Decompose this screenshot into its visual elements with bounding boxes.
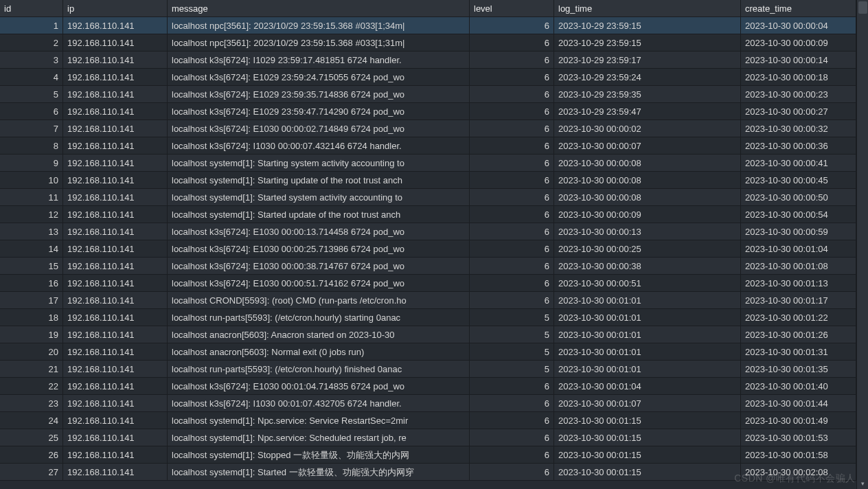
cell-log-time[interactable]: 2023-10-30 00:01:01 bbox=[554, 361, 741, 377]
column-header-message[interactable]: message bbox=[168, 0, 470, 16]
cell-ip[interactable]: 192.168.110.141 bbox=[63, 378, 168, 394]
cell-id[interactable]: 10 bbox=[0, 172, 63, 188]
cell-log-time[interactable]: 2023-10-30 00:01:15 bbox=[554, 446, 741, 463]
cell-message[interactable]: localhost CROND[5593]: (root) CMD (run-p… bbox=[168, 292, 470, 308]
cell-message[interactable]: localhost systemd[1]: Starting system ac… bbox=[168, 155, 470, 171]
table-row[interactable]: 2192.168.110.141localhost npc[3561]: 202… bbox=[0, 34, 868, 52]
table-row[interactable]: 26192.168.110.141localhost systemd[1]: S… bbox=[0, 446, 868, 464]
cell-level[interactable]: 6 bbox=[470, 52, 554, 68]
cell-message[interactable]: localhost run-parts[5593]: (/etc/cron.ho… bbox=[168, 309, 470, 326]
cell-id[interactable]: 13 bbox=[0, 223, 63, 240]
cell-log-time[interactable]: 2023-10-30 00:00:08 bbox=[554, 172, 741, 188]
cell-message[interactable]: localhost systemd[1]: Npc.service: Sched… bbox=[168, 429, 470, 446]
cell-message[interactable]: localhost systemd[1]: Stopped 一款轻量级、功能强大… bbox=[168, 446, 470, 463]
cell-ip[interactable]: 192.168.110.141 bbox=[63, 34, 168, 51]
cell-id[interactable]: 25 bbox=[0, 429, 63, 446]
cell-log-time[interactable]: 2023-10-30 00:00:08 bbox=[554, 189, 741, 205]
cell-message[interactable]: localhost k3s[6724]: E1029 23:59:35.7148… bbox=[168, 86, 470, 102]
table-row[interactable]: 5192.168.110.141localhost k3s[6724]: E10… bbox=[0, 86, 868, 103]
cell-level[interactable]: 6 bbox=[470, 292, 554, 308]
cell-id[interactable]: 27 bbox=[0, 464, 63, 480]
cell-message[interactable]: localhost systemd[1]: Started 一款轻量级、功能强大… bbox=[168, 464, 470, 480]
cell-id[interactable]: 22 bbox=[0, 378, 63, 394]
column-header-create-time[interactable]: create_time bbox=[741, 0, 856, 16]
column-header-ip[interactable]: ip bbox=[63, 0, 168, 16]
cell-ip[interactable]: 192.168.110.141 bbox=[63, 343, 168, 360]
cell-create-time[interactable]: 2023-10-30 00:00:54 bbox=[741, 206, 856, 223]
table-row[interactable]: 6192.168.110.141localhost k3s[6724]: E10… bbox=[0, 103, 868, 120]
cell-level[interactable]: 6 bbox=[470, 378, 554, 394]
cell-log-time[interactable]: 2023-10-30 00:01:07 bbox=[554, 395, 741, 411]
cell-id[interactable]: 14 bbox=[0, 240, 63, 257]
cell-ip[interactable]: 192.168.110.141 bbox=[63, 103, 168, 120]
cell-id[interactable]: 15 bbox=[0, 258, 63, 274]
cell-ip[interactable]: 192.168.110.141 bbox=[63, 69, 168, 85]
cell-create-time[interactable]: 2023-10-30 00:00:45 bbox=[741, 172, 856, 188]
cell-ip[interactable]: 192.168.110.141 bbox=[63, 189, 168, 205]
cell-id[interactable]: 9 bbox=[0, 155, 63, 171]
cell-create-time[interactable]: 2023-10-30 00:01:53 bbox=[741, 429, 856, 446]
cell-level[interactable]: 6 bbox=[470, 172, 554, 188]
cell-ip[interactable]: 192.168.110.141 bbox=[63, 172, 168, 188]
cell-create-time[interactable]: 2023-10-30 00:00:18 bbox=[741, 69, 856, 85]
cell-ip[interactable]: 192.168.110.141 bbox=[63, 155, 168, 171]
table-row[interactable]: 17192.168.110.141localhost CROND[5593]: … bbox=[0, 292, 868, 309]
cell-message[interactable]: localhost k3s[6724]: E1030 00:00:38.7147… bbox=[168, 258, 470, 274]
cell-level[interactable]: 6 bbox=[470, 34, 554, 51]
cell-create-time[interactable]: 2023-10-30 00:00:23 bbox=[741, 86, 856, 102]
cell-level[interactable]: 6 bbox=[470, 429, 554, 446]
cell-ip[interactable]: 192.168.110.141 bbox=[63, 292, 168, 308]
table-row[interactable]: 12192.168.110.141localhost systemd[1]: S… bbox=[0, 206, 868, 223]
cell-id[interactable]: 7 bbox=[0, 120, 63, 137]
column-header-level[interactable]: level bbox=[470, 0, 554, 16]
cell-message[interactable]: localhost k3s[6724]: I1030 00:01:07.4327… bbox=[168, 395, 470, 411]
cell-id[interactable]: 19 bbox=[0, 326, 63, 343]
cell-id[interactable]: 12 bbox=[0, 206, 63, 223]
table-row[interactable]: 20192.168.110.141localhost anacron[5603]… bbox=[0, 343, 868, 361]
cell-log-time[interactable]: 2023-10-30 00:01:15 bbox=[554, 429, 741, 446]
cell-create-time[interactable]: 2023-10-30 00:00:50 bbox=[741, 189, 856, 205]
cell-id[interactable]: 5 bbox=[0, 86, 63, 102]
cell-level[interactable]: 6 bbox=[470, 223, 554, 240]
cell-create-time[interactable]: 2023-10-30 00:00:27 bbox=[741, 103, 856, 120]
table-row[interactable]: 23192.168.110.141localhost k3s[6724]: I1… bbox=[0, 395, 868, 412]
cell-ip[interactable]: 192.168.110.141 bbox=[63, 137, 168, 154]
cell-level[interactable]: 6 bbox=[470, 69, 554, 85]
cell-id[interactable]: 2 bbox=[0, 34, 63, 51]
cell-log-time[interactable]: 2023-10-30 00:01:01 bbox=[554, 292, 741, 308]
cell-ip[interactable]: 192.168.110.141 bbox=[63, 464, 168, 480]
cell-level[interactable]: 5 bbox=[470, 326, 554, 343]
table-row[interactable]: 1192.168.110.141localhost npc[3561]: 202… bbox=[0, 17, 868, 34]
cell-level[interactable]: 6 bbox=[470, 86, 554, 102]
cell-log-time[interactable]: 2023-10-29 23:59:24 bbox=[554, 69, 741, 85]
cell-log-time[interactable]: 2023-10-30 00:00:08 bbox=[554, 155, 741, 171]
cell-create-time[interactable]: 2023-10-30 00:01:40 bbox=[741, 378, 856, 394]
cell-message[interactable]: localhost npc[3561]: 2023/10/29 23:59:15… bbox=[168, 34, 470, 51]
cell-create-time[interactable]: 2023-10-30 00:01:08 bbox=[741, 258, 856, 274]
cell-message[interactable]: localhost systemd[1]: Started update of … bbox=[168, 206, 470, 223]
table-row[interactable]: 24192.168.110.141localhost systemd[1]: N… bbox=[0, 412, 868, 429]
cell-level[interactable]: 6 bbox=[470, 446, 554, 463]
cell-message[interactable]: localhost systemd[1]: Started system act… bbox=[168, 189, 470, 205]
cell-ip[interactable]: 192.168.110.141 bbox=[63, 309, 168, 326]
cell-id[interactable]: 4 bbox=[0, 69, 63, 85]
cell-log-time[interactable]: 2023-10-29 23:59:47 bbox=[554, 103, 741, 120]
cell-create-time[interactable]: 2023-10-30 00:00:59 bbox=[741, 223, 856, 240]
table-row[interactable]: 11192.168.110.141localhost systemd[1]: S… bbox=[0, 189, 868, 206]
cell-message[interactable]: localhost anacron[5603]: Normal exit (0 … bbox=[168, 343, 470, 360]
cell-ip[interactable]: 192.168.110.141 bbox=[63, 240, 168, 257]
cell-ip[interactable]: 192.168.110.141 bbox=[63, 120, 168, 137]
table-row[interactable]: 22192.168.110.141localhost k3s[6724]: E1… bbox=[0, 378, 868, 395]
cell-level[interactable]: 6 bbox=[470, 120, 554, 137]
cell-message[interactable]: localhost k3s[6724]: E1030 00:00:13.7144… bbox=[168, 223, 470, 240]
cell-level[interactable]: 6 bbox=[470, 189, 554, 205]
cell-log-time[interactable]: 2023-10-30 00:00:13 bbox=[554, 223, 741, 240]
cell-ip[interactable]: 192.168.110.141 bbox=[63, 275, 168, 291]
cell-message[interactable]: localhost k3s[6724]: E1030 00:01:04.7148… bbox=[168, 378, 470, 394]
cell-log-time[interactable]: 2023-10-29 23:59:15 bbox=[554, 17, 741, 34]
cell-id[interactable]: 18 bbox=[0, 309, 63, 326]
cell-level[interactable]: 6 bbox=[470, 17, 554, 34]
cell-ip[interactable]: 192.168.110.141 bbox=[63, 52, 168, 68]
cell-log-time[interactable]: 2023-10-30 00:00:07 bbox=[554, 137, 741, 154]
cell-ip[interactable]: 192.168.110.141 bbox=[63, 258, 168, 274]
